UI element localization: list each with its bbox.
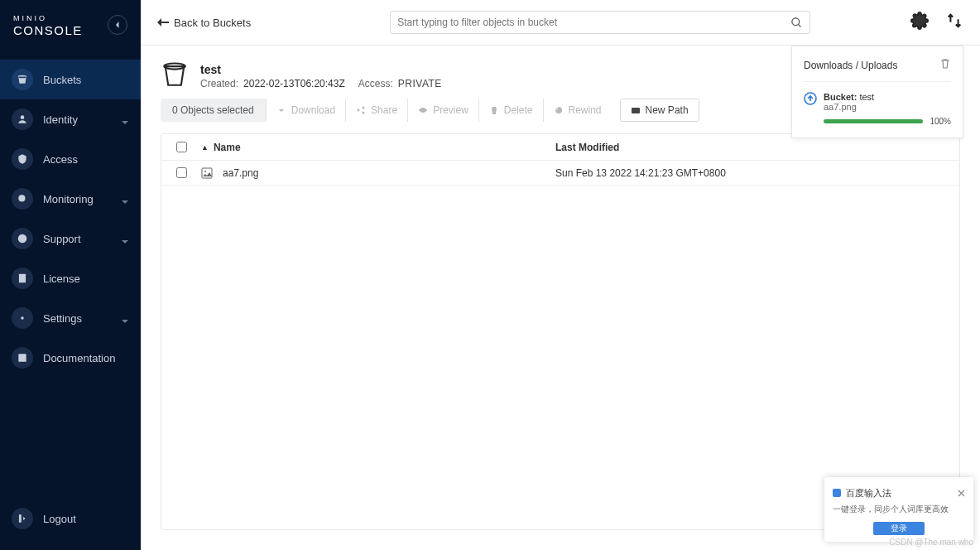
search-icon <box>790 17 803 29</box>
preview-button[interactable]: Preview <box>407 99 478 122</box>
share-icon <box>356 105 366 115</box>
sidebar-item-documentation[interactable]: Documentation <box>0 338 141 378</box>
support-icon <box>17 233 28 244</box>
chevron-down-icon <box>121 118 129 127</box>
created-label: Created: <box>200 78 238 89</box>
sidebar-item-settings[interactable]: Settings <box>0 298 141 338</box>
column-name-header[interactable]: ▲ Name <box>201 142 549 153</box>
table-row[interactable]: aa7.png Sun Feb 13 2022 14:21:23 GMT+080… <box>161 161 959 186</box>
sidebar-collapse-button[interactable] <box>108 15 127 35</box>
toast-title: 百度输入法 <box>846 487 953 499</box>
svg-point-1 <box>18 195 25 201</box>
transfers-button[interactable] <box>945 12 963 33</box>
svg-rect-4 <box>19 274 26 283</box>
sidebar-item-label: Monitoring <box>43 193 121 205</box>
row-checkbox[interactable] <box>176 167 187 178</box>
sidebar-item-label: License <box>43 273 129 285</box>
topbar: Back to Buckets <box>141 0 980 46</box>
watermark: CSDN @The man who <box>889 538 973 547</box>
new-path-button[interactable]: New Path <box>620 99 699 122</box>
upload-icon <box>804 92 817 126</box>
sidebar: MINIO CONSOLE Buckets Identity Access Mo… <box>0 0 141 550</box>
svg-rect-7 <box>20 355 25 360</box>
svg-point-8 <box>792 17 800 25</box>
created-value: 2022-02-13T06:20:43Z <box>243 78 345 89</box>
selected-count: 0 Objects selected <box>161 99 266 122</box>
toast-close-button[interactable] <box>958 485 965 500</box>
baidu-ime-icon <box>833 489 841 497</box>
toast-description: 一键登录，同步个人词库更高效 <box>833 504 965 515</box>
select-all-checkbox[interactable] <box>176 142 187 152</box>
logo-top: MINIO <box>13 15 83 22</box>
sidebar-nav: Buckets Identity Access Monitoring Suppo… <box>0 43 141 494</box>
sidebar-item-label: Support <box>43 233 121 245</box>
sidebar-item-buckets[interactable]: Buckets <box>0 60 141 99</box>
toast-login-button[interactable]: 登录 <box>873 522 925 535</box>
svg-point-16 <box>204 171 206 172</box>
rewind-icon <box>554 105 564 115</box>
gear-icon <box>910 12 929 30</box>
access-value: PRIVATE <box>398 78 442 89</box>
preview-icon <box>418 105 428 115</box>
transfers-title: Downloads / Uploads <box>804 60 897 71</box>
download-icon <box>276 105 286 115</box>
column-modified-header[interactable]: Last Modified <box>549 142 959 153</box>
bucket-large-icon <box>161 60 189 92</box>
ime-toast: 百度输入法 一键登录，同步个人词库更高效 登录 <box>824 477 973 542</box>
chevron-left-icon <box>113 21 122 29</box>
image-file-icon <box>201 167 213 179</box>
identity-icon <box>17 113 28 125</box>
share-button[interactable]: Share <box>345 99 407 122</box>
logout-icon <box>17 513 28 524</box>
search-wrap[interactable] <box>390 11 810 34</box>
download-button[interactable]: Download <box>266 99 345 122</box>
sidebar-item-label: Documentation <box>43 352 129 364</box>
sidebar-item-label: Access <box>43 153 129 166</box>
transfer-bucket-name: test <box>859 92 874 102</box>
access-icon <box>17 153 28 165</box>
access-label: Access: <box>358 78 393 89</box>
trash-icon <box>489 105 499 115</box>
monitoring-icon <box>17 193 28 205</box>
settings-button[interactable] <box>910 12 929 33</box>
documentation-icon <box>17 352 28 364</box>
objects-table: ▲ Name Last Modified aa7.png Sun Feb 13 … <box>161 133 960 530</box>
back-to-buckets-link[interactable]: Back to Buckets <box>157 17 251 29</box>
search-input[interactable] <box>397 17 790 28</box>
license-icon <box>17 273 28 284</box>
svg-point-3 <box>21 237 24 240</box>
sidebar-header: MINIO CONSOLE <box>0 0 141 43</box>
svg-point-12 <box>363 112 365 114</box>
sidebar-item-label: Settings <box>43 312 121 325</box>
sidebar-item-monitoring[interactable]: Monitoring <box>0 179 141 219</box>
logout-label: Logout <box>43 513 129 525</box>
rewind-button[interactable]: Rewind <box>543 99 612 122</box>
logo-bottom: CONSOLE <box>13 24 83 36</box>
gear-icon <box>17 312 28 324</box>
transfer-file-name: aa7.png <box>824 102 951 112</box>
delete-button[interactable]: Delete <box>478 99 543 122</box>
sidebar-item-access[interactable]: Access <box>0 139 141 179</box>
sidebar-item-identity[interactable]: Identity <box>0 99 141 139</box>
sidebar-item-support[interactable]: Support <box>0 219 141 258</box>
svg-point-13 <box>422 109 424 111</box>
main: Back to Buckets test Created: 2022-02-13… <box>141 0 980 550</box>
new-path-icon <box>631 105 641 115</box>
sidebar-item-label: Buckets <box>43 74 129 86</box>
sidebar-footer: Logout <box>0 494 141 550</box>
logout-button[interactable]: Logout <box>0 499 141 538</box>
transfer-percent: 100% <box>930 117 951 126</box>
sidebar-item-label: Identity <box>43 113 121 126</box>
file-modified: Sun Feb 13 2022 14:21:23 GMT+0800 <box>549 167 959 179</box>
chevron-down-icon <box>121 198 129 206</box>
bucket-name: test <box>200 63 442 76</box>
sort-asc-icon: ▲ <box>201 143 209 152</box>
transfer-progress-bar <box>824 119 923 123</box>
clear-transfers-button[interactable] <box>939 58 951 73</box>
sidebar-item-license[interactable]: License <box>0 258 141 298</box>
chevron-down-icon <box>121 238 129 246</box>
back-label: Back to Buckets <box>174 17 251 29</box>
chevron-down-icon <box>121 317 129 326</box>
svg-rect-14 <box>632 108 640 113</box>
svg-point-11 <box>363 107 365 109</box>
